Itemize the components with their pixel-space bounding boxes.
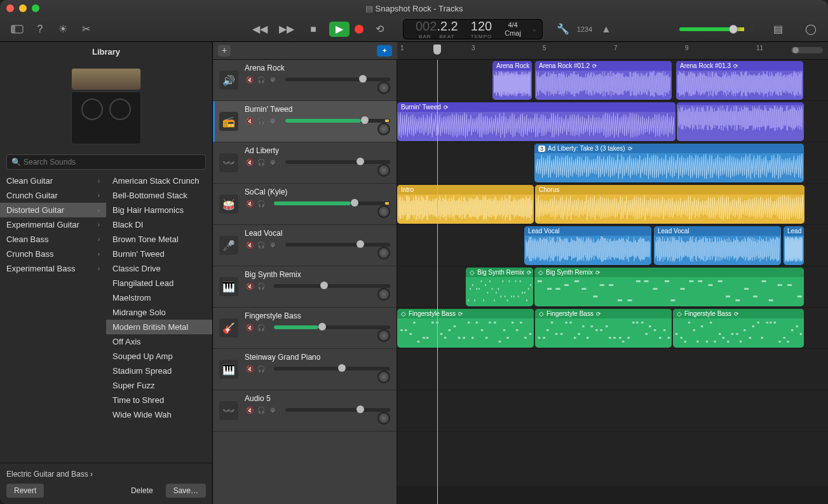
volume-slider[interactable] bbox=[285, 78, 390, 81]
library-item[interactable]: Distorted Guitar› bbox=[0, 203, 106, 217]
region[interactable]: Lead Vocal bbox=[654, 226, 781, 265]
input-monitor-icon[interactable]: ⟱ bbox=[268, 116, 278, 125]
library-item[interactable]: Big Hair Harmonics bbox=[106, 203, 212, 217]
mute-button[interactable]: 🔇 bbox=[245, 323, 255, 332]
region[interactable] bbox=[677, 102, 804, 141]
track-header[interactable]: 〰️ Audio 5 🔇 🎧 ⟱ bbox=[213, 390, 397, 432]
loops-icon[interactable]: ◯ bbox=[802, 20, 820, 38]
library-path[interactable]: Electric Guitar and Bass › bbox=[6, 467, 206, 481]
library-item[interactable]: Flangilated Lead bbox=[106, 276, 212, 290]
mute-button[interactable]: 🔇 bbox=[245, 158, 255, 167]
master-volume-slider[interactable] bbox=[679, 27, 756, 31]
library-item[interactable]: Wide Wide Wah bbox=[106, 407, 212, 422]
delete-button[interactable]: Delete bbox=[123, 484, 161, 498]
track-header[interactable]: 🎹 Big Synth Remix 🔇 🎧 bbox=[213, 266, 397, 308]
headphones-icon[interactable]: 🎧 bbox=[256, 158, 266, 167]
notepad-icon[interactable]: ▤ bbox=[769, 20, 787, 38]
pan-knob[interactable] bbox=[377, 81, 390, 94]
quick-help-icon[interactable]: ? bbox=[31, 20, 49, 38]
volume-slider[interactable] bbox=[274, 201, 390, 205]
library-item[interactable]: Crunch Guitar› bbox=[0, 188, 106, 203]
volume-slider[interactable] bbox=[274, 325, 390, 329]
library-item[interactable]: Modern British Metal bbox=[106, 320, 212, 334]
region[interactable]: Intro bbox=[397, 185, 534, 224]
pan-knob[interactable] bbox=[377, 123, 390, 135]
headphones-icon[interactable]: 🎧 bbox=[256, 323, 266, 332]
mute-button[interactable]: 🔇 bbox=[245, 364, 255, 373]
region[interactable]: 3Ad Liberty: Take 3 (3 takes) bbox=[534, 144, 804, 182]
headphones-icon[interactable]: 🎧 bbox=[256, 240, 266, 249]
region[interactable]: Arena Rock #01.3 bbox=[676, 61, 803, 100]
save-button[interactable]: Save… bbox=[166, 484, 206, 498]
tuner-icon[interactable]: 🔧 bbox=[554, 20, 572, 38]
rewind-button[interactable]: ◀◀ bbox=[251, 20, 269, 38]
headphones-icon[interactable]: 🎧 bbox=[256, 116, 266, 125]
region[interactable]: Burnin' Tweed bbox=[397, 102, 675, 141]
track-header[interactable]: 🥁 SoCal (Kyle) 🔇 🎧 bbox=[213, 184, 397, 225]
library-item[interactable]: American Stack Crunch bbox=[106, 174, 212, 188]
mute-button[interactable]: 🔇 bbox=[245, 116, 255, 125]
input-monitor-icon[interactable]: ⟱ bbox=[268, 240, 278, 249]
lcd-chevron-icon[interactable]: ⌵ bbox=[533, 25, 536, 32]
region[interactable]: ◇Fingerstyle Bass bbox=[397, 309, 534, 348]
mute-button[interactable]: 🔇 bbox=[245, 75, 255, 84]
library-item[interactable]: Experimental Bass› bbox=[0, 261, 106, 276]
library-item[interactable]: Experimental Guitar› bbox=[0, 217, 106, 232]
settings-icon[interactable]: ☀ bbox=[54, 20, 72, 38]
horizontal-zoom-slider[interactable] bbox=[791, 47, 823, 53]
region[interactable]: ◇Fingerstyle Bass bbox=[673, 309, 804, 348]
pan-knob[interactable] bbox=[377, 412, 390, 425]
track-header[interactable]: 🎤 Lead Vocal 🔇 🎧 ⟱ bbox=[213, 225, 397, 266]
playhead[interactable] bbox=[433, 44, 441, 55]
library-item[interactable]: Souped Up Amp bbox=[106, 349, 212, 364]
input-monitor-icon[interactable]: ⟱ bbox=[268, 158, 278, 167]
pan-knob[interactable] bbox=[377, 205, 390, 218]
region[interactable]: Chorus bbox=[535, 185, 804, 224]
scissors-icon[interactable]: ✂ bbox=[77, 20, 95, 38]
cycle-button[interactable]: ⟲ bbox=[370, 20, 388, 38]
mute-button[interactable]: 🔇 bbox=[245, 282, 255, 290]
count-in-button[interactable]: 1234 bbox=[576, 20, 594, 38]
library-item[interactable]: Midrange Solo bbox=[106, 305, 212, 320]
volume-slider[interactable] bbox=[285, 408, 390, 412]
add-track-button[interactable]: + bbox=[218, 45, 231, 57]
metronome-icon[interactable]: ▲ bbox=[597, 20, 615, 38]
headphones-icon[interactable]: 🎧 bbox=[256, 405, 266, 414]
volume-slider[interactable] bbox=[285, 119, 390, 123]
volume-slider[interactable] bbox=[274, 284, 390, 288]
mute-button[interactable]: 🔇 bbox=[245, 405, 255, 414]
track-header[interactable]: 🎹 Steinway Grand Piano 🔇 🎧 bbox=[213, 349, 397, 390]
library-item[interactable]: Off Axis bbox=[106, 334, 212, 349]
track-header[interactable]: 📻 Burnin' Tweed 🔇 🎧 ⟱ bbox=[213, 101, 397, 142]
pan-knob[interactable] bbox=[377, 247, 390, 259]
library-item[interactable]: Clean Guitar› bbox=[0, 174, 106, 188]
forward-button[interactable]: ▶▶ bbox=[278, 20, 295, 38]
lcd-display[interactable]: 002.2.2 BAR BEAT 120 TEMPO 4/4 Cmaj ⌵ bbox=[403, 19, 543, 39]
headphones-icon[interactable]: 🎧 bbox=[256, 199, 266, 208]
library-item[interactable]: Stadium Spread bbox=[106, 364, 212, 378]
library-item[interactable]: Classic Drive bbox=[106, 261, 212, 276]
play-button[interactable]: ▶ bbox=[329, 22, 350, 37]
library-item[interactable]: Bell-Bottomed Stack bbox=[106, 188, 212, 203]
library-item[interactable]: Brown Tone Metal bbox=[106, 232, 212, 247]
library-item[interactable]: Time to Shred bbox=[106, 393, 212, 407]
volume-slider[interactable] bbox=[285, 160, 390, 164]
library-item[interactable]: Maelstrom bbox=[106, 290, 212, 305]
region[interactable]: Lead bbox=[784, 226, 804, 265]
library-toggle[interactable] bbox=[8, 20, 26, 38]
region[interactable]: ◇Fingerstyle Bass bbox=[535, 309, 672, 348]
library-item[interactable]: Clean Bass› bbox=[0, 232, 106, 247]
search-input[interactable] bbox=[6, 154, 206, 170]
mute-button[interactable]: 🔇 bbox=[245, 240, 255, 249]
smart-controls-button[interactable]: ✦ bbox=[377, 45, 392, 57]
library-item[interactable]: Burnin' Tweed bbox=[106, 247, 212, 261]
stop-button[interactable]: ■ bbox=[304, 20, 322, 38]
volume-slider[interactable] bbox=[285, 243, 390, 247]
track-header[interactable]: 🎸 Fingerstyle Bass 🔇 🎧 bbox=[213, 308, 397, 349]
headphones-icon[interactable]: 🎧 bbox=[256, 282, 266, 290]
headphones-icon[interactable]: 🎧 bbox=[256, 364, 266, 373]
library-item[interactable]: Black DI bbox=[106, 217, 212, 232]
track-header[interactable]: 〰️ Ad Liberty 🔇 🎧 ⟱ bbox=[213, 142, 397, 184]
input-monitor-icon[interactable]: ⟱ bbox=[268, 405, 278, 414]
pan-knob[interactable] bbox=[377, 288, 390, 301]
